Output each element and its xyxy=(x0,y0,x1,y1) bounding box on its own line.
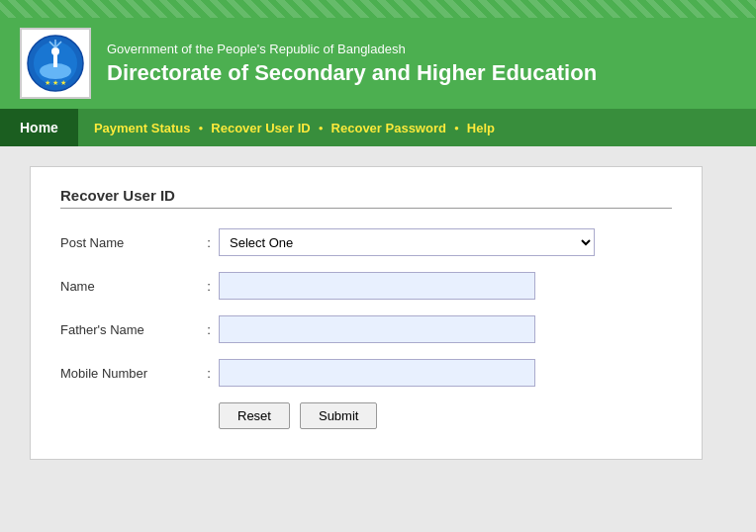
form-container: Recover User ID Post Name : Select One T… xyxy=(30,166,703,460)
fathers-name-label: Father's Name xyxy=(60,322,199,337)
fathers-name-colon: : xyxy=(199,322,219,337)
header-text: Government of the People's Republic of B… xyxy=(107,42,597,86)
govt-logo: ★ ★ ★ xyxy=(26,34,85,93)
mobile-number-field xyxy=(219,359,672,387)
mobile-number-colon: : xyxy=(199,366,219,381)
mobile-number-row: Mobile Number : xyxy=(60,359,672,387)
submit-button[interactable]: Submit xyxy=(300,402,377,429)
button-row: Reset Submit xyxy=(60,402,672,429)
post-name-label: Post Name xyxy=(60,235,199,250)
name-label: Name xyxy=(60,279,199,294)
nav-dot-3: ● xyxy=(454,124,459,133)
post-name-select[interactable]: Select One Teacher Staff Officer xyxy=(219,228,595,256)
top-stripe xyxy=(0,0,756,18)
nav-dot-1: ● xyxy=(198,124,203,133)
logo-box: ★ ★ ★ xyxy=(20,28,91,99)
nav-items: Payment Status ● Recover User ID ● Recov… xyxy=(78,121,511,135)
nav-home[interactable]: Home xyxy=(0,109,78,146)
mobile-number-label: Mobile Number xyxy=(60,366,199,381)
svg-point-4 xyxy=(51,47,59,55)
fathers-name-field xyxy=(219,315,672,343)
header-subtitle: Government of the People's Republic of B… xyxy=(107,42,597,56)
nav-payment-status[interactable]: Payment Status xyxy=(94,121,191,135)
post-name-row: Post Name : Select One Teacher Staff Off… xyxy=(60,228,672,256)
navbar: Home Payment Status ● Recover User ID ● … xyxy=(0,109,756,146)
form-title: Recover User ID xyxy=(60,187,672,209)
nav-help[interactable]: Help xyxy=(467,121,495,135)
mobile-number-input[interactable] xyxy=(219,359,535,387)
post-name-field: Select One Teacher Staff Officer xyxy=(219,228,672,256)
reset-button[interactable]: Reset xyxy=(219,402,290,429)
name-field xyxy=(219,272,672,300)
svg-text:★ ★ ★: ★ ★ ★ xyxy=(45,79,66,86)
nav-recover-user-id[interactable]: Recover User ID xyxy=(211,121,310,135)
fathers-name-input[interactable] xyxy=(219,315,535,343)
post-name-colon: : xyxy=(199,235,219,250)
nav-dot-2: ● xyxy=(319,124,324,133)
nav-recover-password[interactable]: Recover Password xyxy=(331,121,446,135)
fathers-name-row: Father's Name : xyxy=(60,315,672,343)
name-input[interactable] xyxy=(219,272,535,300)
svg-rect-3 xyxy=(53,53,57,67)
name-row: Name : xyxy=(60,272,672,300)
header-title: Directorate of Secondary and Higher Educ… xyxy=(107,60,597,86)
main-content: Recover User ID Post Name : Select One T… xyxy=(0,146,756,522)
header: ★ ★ ★ Government of the People's Republi… xyxy=(0,18,756,109)
name-colon: : xyxy=(199,279,219,294)
